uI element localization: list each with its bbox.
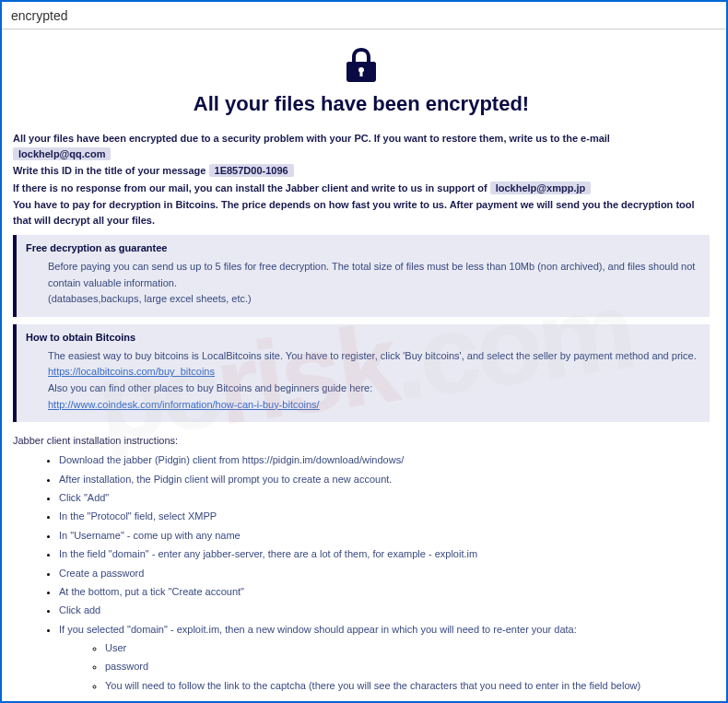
link-coindesk[interactable]: http://www.coindesk.com/information/how-…	[48, 399, 320, 410]
message-id: 1E857D00-1096	[209, 164, 294, 177]
list-item: In "Username" - come up with any name	[59, 529, 710, 543]
list-item: Click "Add"	[59, 491, 710, 505]
jabber-list: Download the jabber (Pidgin) client from…	[13, 453, 710, 699]
intro-line-3: If there is no response from our mail, y…	[13, 181, 710, 196]
panel-btc-line1: The easiest way to buy bitcoins is Local…	[48, 348, 700, 365]
panel-obtain-bitcoins: How to obtain Bitcoins The easiest way t…	[13, 324, 710, 422]
intro-line-2: Write this ID in the title of your messa…	[13, 163, 710, 179]
list-item: password	[105, 660, 710, 674]
list-item: In the field "domain" - enter any jabber…	[59, 547, 710, 561]
jabber-sublist: User password You will need to follow th…	[59, 641, 710, 693]
list-item: You will need to follow the link to the …	[105, 679, 710, 693]
panel-btc-title: How to obtain Bitcoins	[26, 332, 700, 343]
list-item: User	[105, 641, 710, 655]
content-scroll[interactable]: pcrisk.com All your files have been encr…	[4, 31, 724, 699]
list-item: If you selected "domain" - exploit.im, t…	[59, 623, 710, 694]
window-frame: encrypted pcrisk.com All your files have…	[0, 0, 728, 703]
page-title: All your files have been encrypted!	[13, 92, 710, 116]
list-item: Download the jabber (Pidgin) client from…	[59, 453, 710, 467]
link-localbitcoins[interactable]: https://localbitcoins.com/buy_bitcoins	[48, 366, 215, 377]
jabber-heading: Jabber client installation instructions:	[13, 435, 710, 446]
contact-email-2: lockhelp@xmpp.jp	[490, 182, 592, 194]
window-title: encrypted	[11, 8, 67, 23]
list-item: At the bottom, put a tick "Create accoun…	[59, 585, 710, 599]
panel-free-title: Free decryption as guarantee	[26, 242, 700, 253]
intro-line-1: All your files have been encrypted due t…	[13, 131, 710, 161]
panel-free-decryption: Free decryption as guarantee Before payi…	[13, 235, 710, 317]
list-item: In the "Protocol" field, select XMPP	[59, 510, 710, 523]
list-item: Create a password	[59, 567, 710, 580]
intro-block: All your files have been encrypted due t…	[13, 131, 710, 228]
payment-line: You have to pay for decryption in Bitcoi…	[13, 197, 710, 228]
window-titlebar: encrypted	[2, 2, 726, 29]
list-item: If you don't understand our Pidgin clien…	[59, 697, 710, 699]
list-item: After installation, the Pidgin client wi…	[59, 473, 710, 486]
lock-icon	[346, 46, 377, 85]
lock-row	[13, 46, 710, 85]
jabber-section: Jabber client installation instructions:…	[13, 435, 710, 699]
list-item: Click add	[59, 603, 710, 617]
panel-free-body1: Before paying you can send us up to 5 fi…	[48, 259, 700, 291]
contact-email-1: lockhelp@qq.com	[13, 147, 111, 160]
panel-free-body2: (databases,backups, large excel sheets, …	[48, 291, 700, 308]
panel-btc-line2: Also you can find other places to buy Bi…	[48, 381, 700, 397]
